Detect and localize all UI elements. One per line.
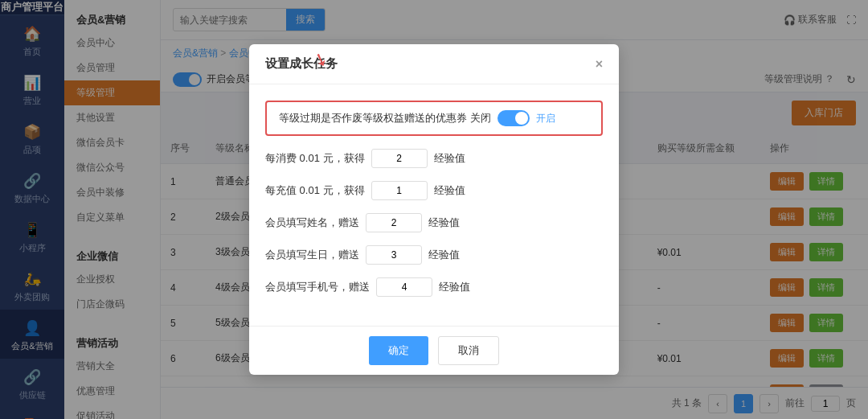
name-label: 会员填写姓名，赠送: [265, 216, 359, 230]
consume-unit: 经验值: [434, 151, 465, 166]
modal-consume-row: 每消费 0.01 元，获得 经验值: [265, 149, 603, 168]
name-input[interactable]: [366, 213, 422, 232]
birthday-label: 会员填写生日，赠送: [265, 248, 359, 262]
phone-unit: 经验值: [439, 280, 470, 294]
phone-input[interactable]: [376, 277, 432, 297]
phone-label: 会员填写手机号，赠送: [265, 280, 370, 294]
birthday-input[interactable]: [366, 245, 422, 265]
modal-expire-row: 等级过期是否作废等级权益赠送的优惠券 关闭 开启: [265, 101, 603, 136]
consume-input[interactable]: [371, 149, 428, 168]
modal-birthday-row: 会员填写生日，赠送 经验值: [265, 245, 603, 265]
toggle-on-label: 开启: [536, 112, 555, 125]
modal-close-btn[interactable]: ×: [596, 57, 603, 72]
recharge-unit: 经验值: [434, 183, 465, 198]
modal-recharge-row: 每充值 0.01 元，获得 经验值: [265, 181, 603, 200]
confirm-button[interactable]: 确定: [369, 336, 428, 365]
modal-title: 设置成长任务: [265, 56, 338, 72]
name-unit: 经验值: [428, 216, 460, 230]
modal-overlay: ➘ 设置成长任务 × 等级过期是否作废等级权益赠送的优惠券 关闭 开启 每消费 …: [0, 0, 868, 419]
cancel-button[interactable]: 取消: [438, 336, 499, 365]
expire-toggle[interactable]: [497, 110, 530, 126]
consume-label: 每消费 0.01 元，获得: [265, 151, 365, 166]
recharge-input[interactable]: [371, 181, 428, 200]
recharge-label: 每充值 0.01 元，获得: [265, 183, 365, 198]
modal-footer: 确定 取消: [249, 326, 619, 375]
modal-dialog: 设置成长任务 × 等级过期是否作废等级权益赠送的优惠券 关闭 开启 每消费 0.…: [249, 44, 619, 375]
modal-name-row: 会员填写姓名，赠送 经验值: [265, 213, 603, 232]
expire-label: 等级过期是否作废等级权益赠送的优惠券 关闭: [279, 111, 491, 125]
birthday-unit: 经验值: [428, 248, 460, 262]
modal-body: 等级过期是否作废等级权益赠送的优惠券 关闭 开启 每消费 0.01 元，获得 经…: [249, 84, 619, 326]
modal-phone-row: 会员填写手机号，赠送 经验值: [265, 277, 603, 297]
modal-header: 设置成长任务 ×: [249, 44, 619, 84]
